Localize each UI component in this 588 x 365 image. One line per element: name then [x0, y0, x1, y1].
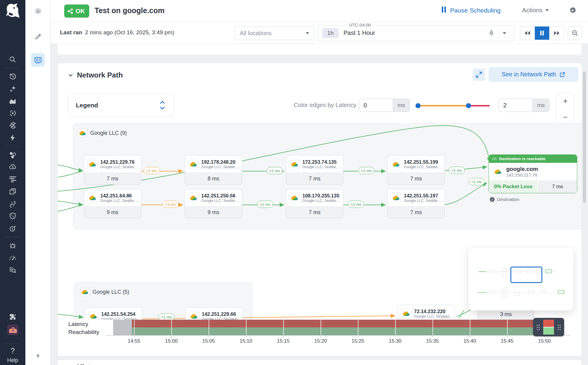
edge-latency-pill[interactable]: <1 ms — [162, 201, 178, 208]
minimap-sketch — [478, 292, 486, 293]
integrations-puzzle-icon[interactable] — [0, 313, 25, 321]
hop-latency: 7 ms — [388, 173, 444, 184]
edge-latency-pill[interactable]: <1 ms — [257, 201, 273, 208]
gridline — [358, 320, 358, 335]
hop-location: Google LLC, Seattle, ... — [201, 165, 240, 169]
edge-latency-pill[interactable]: <1 ms — [449, 167, 465, 174]
sidebar-divider — [5, 237, 20, 237]
grip-dots-icon — [557, 324, 561, 330]
hop-node[interactable]: 192.178.248.20Google LLC, Seattle, ... 8… — [185, 155, 242, 185]
edge-latency-pill[interactable]: <1 ms — [469, 178, 485, 185]
hop-node[interactable]: 172.253.74.135Google LLC, Seattle, ... 7… — [286, 155, 343, 185]
hop-node[interactable]: 108.170.255.135Google LLC, Seattle, ... … — [286, 189, 343, 218]
apm-icon[interactable] — [0, 109, 25, 117]
monitor-target-icon[interactable] — [25, 7, 51, 15]
group-header-google-5[interactable]: Google LLC (5) — [80, 287, 129, 296]
hop-ip: 142.251.54.254 — [101, 311, 140, 317]
cloud-cost-icon[interactable]: $ — [0, 163, 25, 171]
minimap-sketch — [528, 291, 533, 294]
time-range-picker[interactable]: UTC-04:00 1h Past 1 Hour — [318, 25, 514, 41]
scrubber-right-handle[interactable] — [554, 318, 564, 336]
zoom-out-time-button[interactable] — [568, 26, 582, 40]
actions-label: Actions — [522, 7, 543, 14]
scrubber-window[interactable] — [543, 320, 554, 335]
chevron-down-icon[interactable] — [503, 32, 506, 34]
group-header-google-9[interactable]: Google LLC (9) — [78, 129, 127, 137]
settings-gear-icon[interactable] — [569, 6, 577, 14]
hop-location: Google LLC, Seattle, ... — [404, 165, 443, 169]
dashboards-icon[interactable] — [0, 187, 25, 195]
log-search-icon[interactable] — [0, 266, 25, 274]
hop-node[interactable]: 142.251.55.199Google LLC, Seattle, ... 7… — [387, 155, 445, 185]
infrastructure-icon[interactable] — [0, 121, 25, 129]
hop-node[interactable]: 142.251.55.197Google LLC, Seattle, ... 7… — [387, 189, 445, 218]
hop-latency: 7 ms — [388, 206, 444, 218]
main-sidebar: $ ? Hel — [0, 0, 25, 365]
edge-latency-pill[interactable]: <1 ms — [348, 201, 364, 208]
minimap-destination-sketch — [558, 290, 564, 294]
hop-node[interactable]: 142.251.250.56Google LLC, Seattle, ... 9… — [185, 189, 242, 218]
edge-latency-pill[interactable]: <1 ms — [267, 167, 283, 174]
integrations-link-icon[interactable] — [0, 200, 25, 208]
history-icon[interactable] — [0, 72, 25, 81]
graph-minimap[interactable] — [468, 248, 573, 310]
edit-pencil-icon[interactable] — [25, 33, 51, 40]
pause-scheduling-button[interactable]: Pause Scheduling — [442, 7, 501, 14]
scrubber-left-handle[interactable] — [533, 318, 543, 336]
lightning-icon[interactable] — [0, 134, 25, 142]
pin-icon[interactable] — [488, 30, 495, 37]
hop-ip: 172.253.74.135 — [302, 159, 341, 165]
minimap-viewport[interactable] — [510, 267, 542, 283]
help-icon[interactable]: ? — [0, 347, 25, 355]
metrics-chart-icon[interactable] — [0, 97, 25, 105]
gridline — [432, 320, 433, 335]
page-scrollbar[interactable] — [583, 72, 586, 203]
timeline-bars[interactable] — [113, 320, 564, 335]
status-badge[interactable]: OK — [64, 4, 89, 18]
locations-select[interactable]: All locations — [235, 26, 314, 40]
reachability-bar — [113, 327, 564, 335]
edge-latency-pill[interactable]: <1 ms — [358, 167, 374, 174]
synthetics-clock-icon[interactable] — [0, 225, 25, 233]
test-toolbar: Last ran2 mins ago (Oct 16, 2025, 3:49 p… — [51, 22, 588, 44]
destination-host: google.com — [506, 166, 538, 172]
destination-caption-label: Destination — [497, 197, 519, 202]
datadog-logo-icon[interactable] — [0, 2, 25, 19]
history-title: History — [77, 363, 102, 365]
timeline-axis — [105, 335, 571, 335]
hop-ip: 192.178.248.20 — [201, 159, 240, 165]
service-hexagons-icon[interactable] — [0, 151, 25, 159]
gauge-icon[interactable] — [0, 254, 25, 262]
hop-node[interactable]: 142.251.229.76Google LLC, Seattle, ... 7… — [84, 155, 141, 185]
timeline-row-label-latency: Latency — [68, 321, 88, 327]
security-shield-icon[interactable] — [0, 212, 25, 220]
google-cloud-icon — [289, 159, 300, 169]
actions-dropdown[interactable]: Actions — [522, 7, 549, 14]
minimap-sketch — [502, 294, 507, 298]
hop-ip: 142.251.64.86 — [100, 193, 139, 199]
pause-live-button[interactable] — [535, 27, 549, 40]
status-badge-label: OK — [76, 7, 85, 15]
range-label: Past 1 Hour — [344, 30, 375, 36]
toolbox-icon[interactable] — [0, 324, 25, 335]
help-label[interactable]: Help — [0, 357, 25, 364]
last-ran: Last ran2 mins ago (Oct 16, 2025, 3:49 p… — [60, 29, 174, 36]
destination-node[interactable]: Destination is reachable google.com 142.… — [489, 154, 577, 193]
edge-latency-pill[interactable]: <1 ms — [144, 167, 160, 174]
sparkles-icon[interactable] — [0, 85, 25, 93]
expand-panel-arrow-icon[interactable] — [25, 353, 51, 358]
minimap-sketch — [502, 273, 507, 277]
last-ran-label: Last ran — [60, 29, 82, 35]
search-icon[interactable] — [0, 55, 25, 64]
hop-node[interactable]: 142.251.64.86Google LLC, Seattle, ... 9 … — [84, 189, 141, 218]
range-shortcut-chip[interactable]: 1h — [322, 28, 339, 38]
step-forward-button[interactable] — [549, 27, 564, 40]
timeline-scrubber[interactable] — [533, 318, 564, 336]
tab-test-details[interactable] — [31, 53, 45, 67]
destination-banner: Destination is reachable — [499, 157, 545, 161]
header-divider — [51, 22, 588, 22]
step-back-button[interactable] — [520, 27, 535, 40]
hop-latency: 7 ms — [84, 173, 141, 184]
logs-icon[interactable] — [0, 175, 25, 183]
bug-icon[interactable] — [0, 242, 25, 250]
